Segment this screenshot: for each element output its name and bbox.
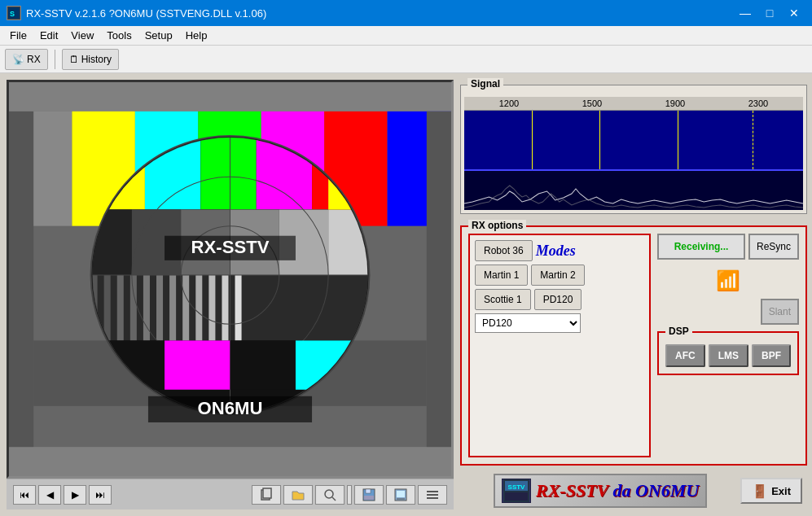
martin2-button[interactable]: Martin 2 xyxy=(531,265,584,286)
copy-button[interactable] xyxy=(252,485,281,505)
freq-line-3 xyxy=(678,111,678,169)
signal-section: Signal 1200 1500 1900 2300 xyxy=(460,85,807,214)
svg-rect-34 xyxy=(104,275,111,340)
antenna-icon: 📡 xyxy=(12,54,24,65)
exit-button[interactable]: 🚪 Exit xyxy=(740,478,802,504)
menu-view[interactable]: View xyxy=(64,28,100,43)
maximize-button[interactable]: □ xyxy=(758,4,781,22)
svg-rect-71 xyxy=(427,494,438,496)
app-icon: S xyxy=(7,6,21,20)
svg-rect-10 xyxy=(9,112,33,447)
svg-rect-44 xyxy=(235,275,242,340)
modes-row-3: Scottie 1 PD120 xyxy=(475,289,644,310)
history-button[interactable]: 🗒 History xyxy=(62,49,119,70)
folder-button[interactable] xyxy=(283,485,313,505)
svg-rect-72 xyxy=(427,497,438,499)
exit-icon: 🚪 xyxy=(752,483,768,499)
freq-line-4-dashed xyxy=(753,111,753,169)
signal-section-label: Signal xyxy=(467,78,503,90)
nav-controls: ⏮ ◀ ▶ ⏭ xyxy=(13,485,112,505)
toolbar: 📡 RX 🗒 History xyxy=(0,46,812,73)
menu-edit[interactable]: Edit xyxy=(33,28,64,43)
next-button[interactable]: ▶ xyxy=(64,485,86,505)
svg-rect-38 xyxy=(156,275,163,340)
prev-button[interactable]: ◀ xyxy=(38,485,61,505)
logo-box: SSTV RX-SSTV da ON6MU xyxy=(494,474,707,508)
freq-label-1200: 1200 xyxy=(499,98,519,108)
rx-button[interactable]: 📡 RX xyxy=(5,49,48,70)
export-button[interactable] xyxy=(386,485,415,505)
svg-rect-75 xyxy=(505,492,528,501)
svg-rect-51 xyxy=(165,340,230,389)
robot36-button[interactable]: Robot 36 xyxy=(475,240,533,261)
last-button[interactable]: ⏭ xyxy=(89,485,112,505)
print-button[interactable] xyxy=(347,485,352,505)
svg-point-62 xyxy=(325,490,333,498)
rx-options-section: RX options Robot 36 Modes Martin 1 Marti… xyxy=(460,225,807,466)
menu-file[interactable]: File xyxy=(3,28,33,43)
save-button[interactable] xyxy=(354,485,384,505)
history-icon: 🗒 xyxy=(69,54,79,65)
right-panel: Signal 1200 1500 1900 2300 xyxy=(460,73,812,516)
modes-row-2: Martin 1 Martin 2 xyxy=(475,265,644,286)
slant-area: Slant xyxy=(657,299,799,325)
main-content: RX-SSTV ON6MU ⏮ ◀ ▶ ⏭ xyxy=(0,73,812,516)
martin1-button[interactable]: Martin 1 xyxy=(475,265,528,286)
title-bar-left: S RX-SSTV v.2.1.6 ?ON6MU (SSTVENG.DLL v.… xyxy=(7,6,266,20)
svg-rect-39 xyxy=(169,275,176,340)
rx-options-label: RX options xyxy=(468,220,526,231)
logo-text: RX-SSTV da ON6MU xyxy=(536,480,699,501)
lms-button[interactable]: LMS xyxy=(709,344,748,367)
menu-bar: File Edit View Tools Setup Help xyxy=(0,26,812,46)
modes-row-1: Robot 36 Modes xyxy=(475,240,644,261)
svg-rect-35 xyxy=(117,275,124,340)
receiving-resync-row: Receiving... ReSync xyxy=(657,234,799,260)
slant-button[interactable]: Slant xyxy=(761,299,799,325)
pd120-button[interactable]: PD120 xyxy=(534,289,582,310)
resync-button[interactable]: ReSync xyxy=(748,234,799,260)
modes-title: Modes xyxy=(536,243,576,260)
receiving-label: Receiving... xyxy=(674,241,729,252)
left-panel: RX-SSTV ON6MU ⏮ ◀ ▶ ⏭ xyxy=(0,73,460,516)
first-button[interactable]: ⏮ xyxy=(13,485,36,505)
title-bar: S RX-SSTV v.2.1.6 ?ON6MU (SSTVENG.DLL v.… xyxy=(0,0,812,26)
svg-rect-42 xyxy=(208,275,215,340)
mode-dropdown[interactable]: Robot 36 Martin 1 Martin 2 Scottie 1 PD1… xyxy=(475,313,581,333)
zoom-button[interactable] xyxy=(315,485,345,505)
svg-rect-52 xyxy=(230,340,296,389)
svg-rect-65 xyxy=(366,489,371,493)
freq-line-2 xyxy=(599,111,600,169)
svg-rect-36 xyxy=(130,275,137,340)
menu-help[interactable]: Help xyxy=(179,28,214,43)
freq-label-1500: 1500 xyxy=(582,98,602,108)
rx-label: RX xyxy=(27,54,41,65)
image-footer-controls: ⏮ ◀ ▶ ⏭ xyxy=(7,479,454,509)
settings-extra-button[interactable] xyxy=(418,485,447,505)
bottom-row: SSTV RX-SSTV da ON6MU 🚪 Exit xyxy=(460,470,807,511)
minimize-button[interactable]: — xyxy=(734,4,757,22)
exit-label: Exit xyxy=(771,485,791,497)
receiving-button[interactable]: Receiving... xyxy=(657,234,745,260)
svg-rect-43 xyxy=(222,275,228,340)
svg-line-63 xyxy=(332,497,336,501)
dsp-section: DSP AFC LMS BPF xyxy=(657,331,799,375)
menu-setup[interactable]: Setup xyxy=(138,28,179,43)
svg-rect-11 xyxy=(427,112,451,447)
mode-select-area: Robot 36 Martin 1 Martin 2 Scottie 1 PD1… xyxy=(475,313,644,333)
afc-button[interactable]: AFC xyxy=(665,344,705,367)
menu-tools[interactable]: Tools xyxy=(100,28,138,43)
scottie1-button[interactable]: Scottie 1 xyxy=(475,289,531,310)
svg-rect-61 xyxy=(263,488,271,498)
freq-label-2300: 2300 xyxy=(748,98,768,108)
svg-text:ON6MU: ON6MU xyxy=(198,398,263,418)
extra-controls xyxy=(252,485,447,505)
dsp-section-label: DSP xyxy=(665,326,692,337)
wifi-area: 📶 xyxy=(657,266,799,295)
svg-rect-70 xyxy=(427,491,438,492)
close-button[interactable]: ✕ xyxy=(783,4,805,22)
bpf-button[interactable]: BPF xyxy=(752,344,791,367)
image-display: RX-SSTV ON6MU xyxy=(7,80,454,479)
signal-waveform xyxy=(464,169,803,210)
slant-label: Slant xyxy=(769,306,791,317)
svg-rect-41 xyxy=(195,275,202,340)
